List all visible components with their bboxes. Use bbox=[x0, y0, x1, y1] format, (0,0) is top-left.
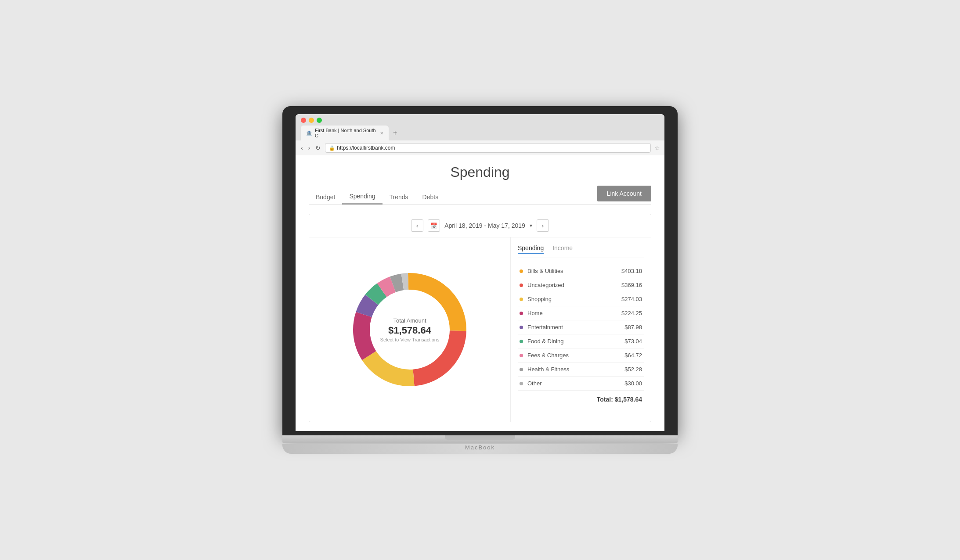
window-controls bbox=[301, 118, 659, 123]
category-name: Food & Dining bbox=[527, 338, 624, 345]
close-window-dot[interactable] bbox=[301, 118, 306, 123]
tab-bar: 🏦 First Bank | North and South C ✕ + bbox=[301, 126, 659, 140]
tab-spending[interactable]: Spending bbox=[342, 189, 382, 205]
category-amount: $30.00 bbox=[624, 380, 642, 387]
legend-tabs: Spending Income bbox=[518, 244, 644, 258]
address-bar-row: ‹ › ↻ 🔒 https://localfirstbank.com ☆ bbox=[296, 140, 664, 155]
legend-item[interactable]: Bills & Utilities$403.18 bbox=[518, 264, 644, 278]
link-account-button[interactable]: Link Account bbox=[597, 186, 651, 201]
legend-dot bbox=[520, 326, 523, 329]
active-tab[interactable]: 🏦 First Bank | North and South C ✕ bbox=[301, 126, 389, 140]
legend-item[interactable]: Home$224.25 bbox=[518, 306, 644, 320]
donut-chart-section: Total Amount $1,578.64 Select to View Tr… bbox=[309, 237, 510, 422]
legend-dot bbox=[520, 284, 523, 287]
category-name: Bills & Utilities bbox=[527, 268, 621, 274]
chart-content: Total Amount $1,578.64 Select to View Tr… bbox=[309, 237, 651, 422]
tab-favicon: 🏦 bbox=[306, 130, 312, 136]
category-name: Entertainment bbox=[527, 324, 624, 330]
tab-close-button[interactable]: ✕ bbox=[380, 131, 383, 136]
calendar-icon: 📅 bbox=[430, 223, 437, 229]
reload-button[interactable]: ↻ bbox=[314, 144, 321, 152]
legend-item[interactable]: Shopping$274.03 bbox=[518, 292, 644, 306]
macbook-label: MacBook bbox=[282, 444, 678, 451]
category-amount: $274.03 bbox=[621, 296, 642, 302]
category-amount: $73.04 bbox=[624, 338, 642, 345]
legend-tab-spending[interactable]: Spending bbox=[518, 244, 544, 254]
laptop-stand: MacBook bbox=[282, 444, 678, 454]
page-content: Spending Budget Spending Trends Debts Li… bbox=[296, 155, 664, 431]
legend-section: Spending Income Bills & Utilities$403.18… bbox=[510, 237, 651, 422]
laptop-notch bbox=[445, 435, 515, 440]
url-text: https://localfirstbank.com bbox=[337, 145, 395, 151]
donut-chart-wrapper: Total Amount $1,578.64 Select to View Tr… bbox=[348, 268, 471, 391]
category-name: Shopping bbox=[527, 296, 621, 302]
donut-total-label: Total Amount bbox=[380, 317, 440, 324]
category-name: Home bbox=[527, 310, 621, 316]
legend-item[interactable]: Fees & Charges$64.72 bbox=[518, 348, 644, 363]
donut-center-info: Total Amount $1,578.64 Select to View Tr… bbox=[380, 317, 440, 342]
browser-window: 🏦 First Bank | North and South C ✕ + ‹ ›… bbox=[296, 114, 664, 431]
tab-title: First Bank | North and South C bbox=[315, 128, 377, 138]
forward-button[interactable]: › bbox=[307, 144, 311, 152]
tab-debts[interactable]: Debts bbox=[415, 190, 446, 204]
next-date-button[interactable]: › bbox=[537, 219, 549, 232]
laptop-base bbox=[282, 435, 678, 443]
tab-budget[interactable]: Budget bbox=[309, 190, 342, 204]
back-button[interactable]: ‹ bbox=[300, 144, 304, 152]
category-name: Uncategorized bbox=[527, 282, 621, 288]
category-amount: $403.18 bbox=[621, 268, 642, 274]
category-name: Health & Fitness bbox=[527, 366, 624, 373]
screen-bezel: 🏦 First Bank | North and South C ✕ + ‹ ›… bbox=[282, 106, 678, 435]
legend-item[interactable]: Uncategorized$369.16 bbox=[518, 278, 644, 292]
legend-dot bbox=[520, 354, 523, 357]
category-amount: $52.28 bbox=[624, 366, 642, 373]
date-range-label: April 18, 2019 - May 17, 2019 bbox=[444, 222, 525, 229]
category-name: Fees & Charges bbox=[527, 352, 624, 359]
legend-total: Total: $1,578.64 bbox=[518, 391, 644, 405]
legend-item[interactable]: Health & Fitness$52.28 bbox=[518, 363, 644, 377]
browser-chrome: 🏦 First Bank | North and South C ✕ + bbox=[296, 114, 664, 140]
legend-item[interactable]: Food & Dining$73.04 bbox=[518, 334, 644, 348]
donut-total-amount: $1,578.64 bbox=[380, 325, 440, 336]
category-name: Other bbox=[527, 380, 624, 387]
category-amount: $369.16 bbox=[621, 282, 642, 288]
legend-dot bbox=[520, 382, 523, 385]
minimize-window-dot[interactable] bbox=[309, 118, 314, 123]
legend-dot bbox=[520, 312, 523, 315]
legend-dot bbox=[520, 269, 523, 273]
tab-trends[interactable]: Trends bbox=[383, 190, 415, 204]
prev-date-button[interactable]: ‹ bbox=[411, 219, 423, 232]
legend-item[interactable]: Other$30.00 bbox=[518, 377, 644, 391]
laptop-frame: 🏦 First Bank | North and South C ✕ + ‹ ›… bbox=[282, 106, 678, 454]
date-dropdown-button[interactable]: ▾ bbox=[530, 223, 532, 229]
bookmark-button[interactable]: ☆ bbox=[654, 144, 660, 151]
category-list: Bills & Utilities$403.18Uncategorized$36… bbox=[518, 264, 644, 391]
legend-dot bbox=[520, 368, 523, 371]
legend-item[interactable]: Entertainment$87.98 bbox=[518, 320, 644, 334]
category-amount: $87.98 bbox=[624, 324, 642, 330]
legend-dot bbox=[520, 298, 523, 301]
donut-sublabel: Select to View Transactions bbox=[380, 337, 440, 342]
category-amount: $64.72 bbox=[624, 352, 642, 359]
ssl-lock-icon: 🔒 bbox=[329, 145, 335, 151]
main-nav-tabs: Budget Spending Trends Debts Link Accoun… bbox=[309, 189, 651, 205]
legend-dot bbox=[520, 340, 523, 343]
new-tab-button[interactable]: + bbox=[390, 128, 400, 138]
chart-panel: ‹ 📅 April 18, 2019 - May 17, 2019 ▾ › bbox=[309, 214, 651, 422]
calendar-button[interactable]: 📅 bbox=[428, 219, 440, 232]
maximize-window-dot[interactable] bbox=[317, 118, 322, 123]
address-bar[interactable]: 🔒 https://localfirstbank.com bbox=[325, 143, 651, 153]
category-amount: $224.25 bbox=[621, 310, 642, 316]
page-title: Spending bbox=[309, 164, 651, 180]
date-navigation: ‹ 📅 April 18, 2019 - May 17, 2019 ▾ › bbox=[309, 214, 651, 237]
legend-tab-income[interactable]: Income bbox=[552, 244, 573, 254]
